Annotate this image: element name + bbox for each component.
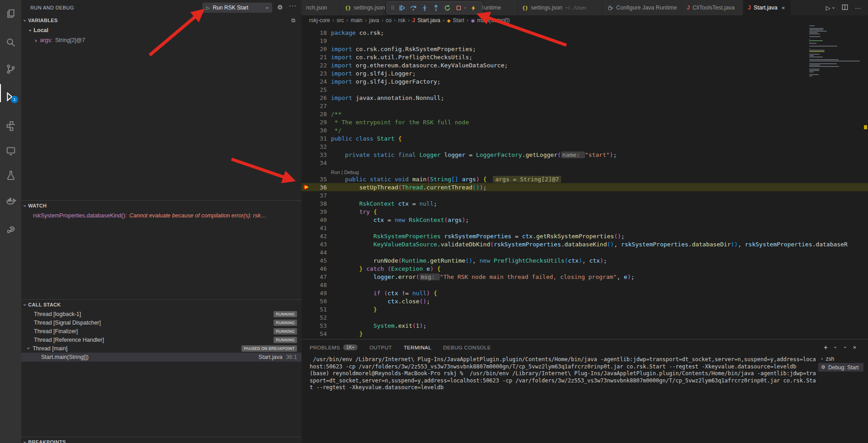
line-number[interactable]: 20 [311,46,327,52]
docker-icon[interactable] [0,192,21,210]
watch-expression-row[interactable]: rskSystemProperties.databaseKind(): Cann… [21,211,302,221]
line-number[interactable]: 24 [311,78,327,85]
panel-tab-output[interactable]: OUTPUT [369,345,392,350]
breadcrumb[interactable]: rskj-core›src›main›java›co›rsk›JStart.ja… [302,15,868,25]
code-line[interactable]: 30 */ [302,126,868,134]
thread-row[interactable]: ›Thread [main]PAUSED ON BREAKPOINT [21,344,302,353]
code-line[interactable]: 52 [302,313,868,321]
code-line[interactable]: 19 [302,37,868,45]
variables-scope-local[interactable]: › Local [21,25,302,35]
line-number[interactable]: 28 [311,111,327,118]
code-line[interactable]: 23import org.slf4j.Logger; [302,69,868,77]
gutter-glyph[interactable] [302,94,311,102]
panel-tab-problems[interactable]: PROBLEMS1K+ [310,344,358,350]
line-number[interactable]: 34 [311,160,327,166]
editor-tab[interactable]: JCliToolsTest.java [682,0,743,15]
line-number[interactable]: 48 [311,282,327,288]
code-line[interactable]: 28/** [302,110,868,118]
minimap[interactable] [809,25,863,339]
gutter-glyph[interactable] [302,126,311,134]
gutter-glyph[interactable] [302,224,311,232]
code-line[interactable]: 50 ctx.close(); [302,297,868,305]
gutter-glyph[interactable] [302,248,311,256]
remote-explorer-icon[interactable] [0,142,21,160]
gutter-glyph[interactable] [302,207,311,216]
gutter-glyph[interactable] [302,53,311,61]
gutter-glyph[interactable] [302,102,311,110]
code-line[interactable]: 54 } [302,330,868,338]
gutter-glyph[interactable] [302,330,311,338]
line-number[interactable]: 21 [311,54,327,61]
line-number[interactable]: 25 [311,86,327,93]
maximize-panel-icon[interactable]: › [841,346,848,349]
gutter-glyph[interactable] [302,110,311,118]
line-number[interactable]: 29 [311,119,327,126]
line-number[interactable]: 19 [311,38,327,44]
line-number[interactable]: 49 [311,290,327,297]
terminal-instance-debug-start[interactable]: ⚙Debug: Start [818,363,863,372]
gutter-glyph[interactable] [302,305,311,313]
code-line[interactable]: 18package co.rsk; [302,28,868,37]
breadcrumb-item[interactable]: java [369,17,379,24]
explorer-icon[interactable] [0,5,21,23]
step-into-icon[interactable] [421,5,429,12]
close-icon[interactable]: × [782,5,785,11]
step-over-icon[interactable] [410,5,417,12]
code-line[interactable]: 49 if (ctx != null) { [302,289,868,297]
code-line[interactable]: 43 KeyValueDataSource.validateDbKind(rsk… [302,240,868,248]
code-line[interactable]: 37 [302,191,868,199]
code-line[interactable]: 42 RskSystemProperties rskSystemProperti… [302,232,868,240]
chevron-down-icon[interactable]: › [830,6,837,9]
split-editor-icon[interactable] [842,4,848,12]
code-line[interactable]: 33 private static final Logger logger = … [302,151,868,159]
line-number[interactable]: 32 [311,143,327,150]
extensions-icon[interactable] [0,117,21,135]
line-number[interactable]: 52 [311,314,327,321]
editor-tab[interactable]: JStart.java× [743,0,791,15]
code-line[interactable]: 47 logger.error(msg: "The RSK node main … [302,273,868,281]
sidebar-more-actions-icon[interactable]: ··· [289,2,297,9]
gutter-glyph[interactable] [302,28,311,37]
code-line[interactable]: 45 runNode(Runtime.getRuntime(), new Pre… [302,256,868,264]
line-number[interactable]: 41 [311,225,327,231]
gutter-glyph[interactable] [302,264,311,273]
code-line[interactable]: 32 [302,142,868,151]
line-number[interactable]: 35 [311,176,327,183]
line-number[interactable]: 53 [311,322,327,329]
gutter-glyph[interactable] [302,151,311,159]
code-line[interactable]: 31public class Start { [302,134,868,142]
line-number[interactable]: 39 [311,208,327,215]
breadcrumb-item[interactable]: src [337,17,344,24]
thread-row[interactable]: Thread [Finalizer]RUNNING [21,327,302,335]
code-line[interactable]: 27 [302,102,868,110]
launch-config-dropdown[interactable]: ▷ Run RSK Start › [202,2,273,13]
gutter-glyph[interactable] [302,37,311,45]
variables-header[interactable]: › VARIABLES ⧉ [21,15,302,25]
panel-layout-icon[interactable]: ⧉ [291,17,295,24]
line-number[interactable]: 23 [311,70,327,77]
line-number[interactable]: 50 [311,298,327,305]
code-line[interactable]: 24import org.slf4j.LoggerFactory; [302,77,868,85]
code-editor[interactable]: 18package co.rsk;1920import co.rsk.confi… [302,25,868,339]
code-line[interactable]: 35 public static void main(String[] args… [302,175,868,183]
gutter-glyph[interactable] [302,199,311,207]
source-control-icon[interactable] [0,60,21,78]
gutter-glyph[interactable] [302,85,311,94]
gutter-glyph[interactable] [302,159,311,167]
code-line[interactable]: 44 [302,248,868,256]
line-number[interactable]: 30 [311,127,327,134]
gutter-glyph[interactable] [302,232,311,240]
line-number[interactable]: 18 [311,29,327,36]
code-line[interactable]: 46 } catch (Exception e) { [302,264,868,273]
gutter-glyph[interactable] [302,118,311,126]
gutter-glyph[interactable] [302,256,311,264]
breadcrumb-item[interactable]: co [386,17,392,24]
thread-row[interactable]: Thread [logback-1]RUNNING [21,310,302,318]
breakpoints-header[interactable]: › BREAKPOINTS [21,437,302,443]
thread-row[interactable]: Thread [Reference Handler]RUNNING [21,335,302,344]
gutter-glyph[interactable] [302,134,311,142]
line-number[interactable]: 42 [311,233,327,240]
code-line[interactable]: 39 try { [302,207,868,216]
chevron-down-icon[interactable]: › [462,7,468,9]
line-number[interactable]: 38 [311,200,327,207]
